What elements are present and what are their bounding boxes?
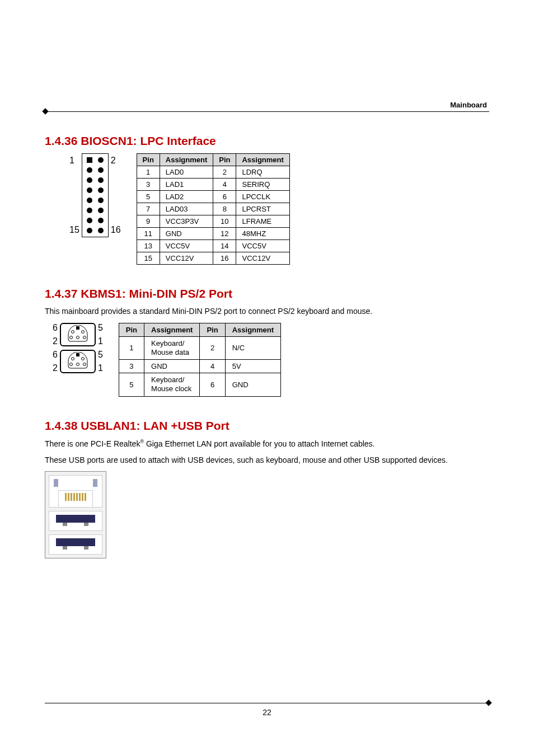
pin-dot-icon xyxy=(98,177,104,183)
pin-cell: 2 xyxy=(200,336,225,360)
pin-label-tl: 1 xyxy=(69,156,79,166)
usb-port-icon xyxy=(49,511,102,531)
pin-label-bl: 15 xyxy=(69,225,79,235)
pin-label: 2 xyxy=(53,336,58,346)
assign-cell: LFRAME xyxy=(236,215,289,228)
section-title: 1.4.37 KBMS1: Mini-DIN PS/2 Port xyxy=(45,287,489,300)
section-desc-2: These USB ports are used to attach with … xyxy=(45,455,489,466)
assign-cell: SERIRQ xyxy=(236,179,289,191)
table-row: 9VCC3P3V10LFRAME xyxy=(137,215,289,228)
pin-dot-icon xyxy=(87,208,92,213)
assign-cell: VCC12V xyxy=(236,252,289,265)
pin-dot-icon xyxy=(98,187,104,193)
svg-point-5 xyxy=(83,336,86,339)
pin-cell: 1 xyxy=(119,336,144,360)
pin-label-br: 16 xyxy=(111,225,121,235)
assign-cell: LAD2 xyxy=(160,191,213,203)
pin-header-diagram: 1 15 2 16 xyxy=(67,153,123,237)
table-row: 1Keyboard/Mouse data2N/C xyxy=(119,336,280,360)
th-pin: Pin xyxy=(137,154,160,166)
table-row: 5Keyboard/Mouse clock6GND xyxy=(119,373,280,397)
pin-cell: 11 xyxy=(137,228,160,240)
pin-label: 1 xyxy=(98,336,103,346)
assign-cell: GND xyxy=(160,228,213,240)
page-header: Mainboard xyxy=(45,101,489,112)
minidin-connector xyxy=(60,323,96,346)
svg-point-3 xyxy=(69,336,72,339)
pin-cell: 3 xyxy=(137,179,160,191)
section-title: 1.4.38 USBLAN1: LAN +USB Port xyxy=(45,419,489,433)
minidin-icon xyxy=(65,352,91,371)
minidin-icon xyxy=(65,325,91,344)
pin-cell: 6 xyxy=(213,191,236,203)
table-row: 13VCC5V14VCC5V xyxy=(137,240,289,252)
page-content: 1.4.36 BIOSCN1: LPC Interface 1 15 xyxy=(45,134,489,558)
assign-cell: N/C xyxy=(225,336,280,360)
pin-dot-icon xyxy=(98,167,104,173)
text: Giga Ethernet LAN port available for you… xyxy=(144,439,374,448)
header-label: Mainboard xyxy=(45,101,489,109)
pin-dot-icon xyxy=(87,218,92,223)
pin-label-tr: 2 xyxy=(111,156,121,166)
th-assign: Assignment xyxy=(225,323,280,336)
pin-cell: 9 xyxy=(137,215,160,228)
footer-rule xyxy=(45,703,489,703)
pin-dot-icon xyxy=(87,187,92,193)
th-pin: Pin xyxy=(119,323,144,336)
pin-cell: 8 xyxy=(213,203,236,215)
minidin-connector xyxy=(60,350,96,373)
pin-cell: 4 xyxy=(213,179,236,191)
assign-cell: GND xyxy=(225,373,280,397)
page-footer: 22 xyxy=(45,703,489,717)
table-row: 15VCC12V16VCC12V xyxy=(137,252,289,265)
pin-cell: 7 xyxy=(137,203,160,215)
th-pin: Pin xyxy=(213,154,236,166)
pin-cell: 13 xyxy=(137,240,160,252)
th-pin: Pin xyxy=(200,323,225,336)
pin-cell: 4 xyxy=(200,360,225,373)
assign-cell: Keyboard/Mouse clock xyxy=(144,373,200,397)
assign-cell: Keyboard/Mouse data xyxy=(144,336,200,360)
svg-point-1 xyxy=(71,330,74,333)
header-rule xyxy=(45,111,489,112)
assign-cell: LPCCLK xyxy=(236,191,289,203)
assign-cell: LAD1 xyxy=(160,179,213,191)
pin-dot-icon xyxy=(87,177,92,183)
assign-cell: 48MHZ xyxy=(236,228,289,240)
pin-dot-icon xyxy=(98,228,104,233)
th-assign: Assignment xyxy=(160,154,213,166)
assign-cell: 5V xyxy=(225,360,280,373)
table-row: 1LAD02LDRQ xyxy=(137,166,289,179)
table-row: 5LAD26LPCCLK xyxy=(137,191,289,203)
pin-dot-icon xyxy=(87,198,92,203)
assign-cell: VCC5V xyxy=(236,240,289,252)
table-row: 7LAD038LPCRST xyxy=(137,203,289,215)
svg-point-9 xyxy=(69,363,72,365)
rj45-jack-icon xyxy=(58,490,93,507)
table-row: 3GND45V xyxy=(119,360,280,373)
svg-point-2 xyxy=(81,330,84,333)
pin-label: 5 xyxy=(98,323,103,333)
lan-port-icon xyxy=(49,475,102,508)
pin-cell: 1 xyxy=(137,166,160,179)
lan-led-icon xyxy=(54,479,58,487)
section-kbms1: 1.4.37 KBMS1: Mini-DIN PS/2 Port This ma… xyxy=(45,287,489,397)
section-title: 1.4.36 BIOSCN1: LPC Interface xyxy=(45,134,489,148)
pin-label: 2 xyxy=(53,363,58,373)
pin-cell: 3 xyxy=(119,360,144,373)
svg-point-10 xyxy=(76,363,79,365)
minidin-diagram: 6 2 xyxy=(50,323,105,373)
svg-point-11 xyxy=(83,363,86,365)
pin-cell: 5 xyxy=(119,373,144,397)
svg-point-7 xyxy=(71,357,74,360)
pin-cell: 5 xyxy=(137,191,160,203)
svg-rect-0 xyxy=(76,326,79,330)
pin-label: 6 xyxy=(53,350,58,360)
bioscn1-pin-table: Pin Assignment Pin Assignment 1LAD02LDRQ… xyxy=(137,153,290,265)
th-assign: Assignment xyxy=(144,323,200,336)
svg-point-4 xyxy=(76,336,79,339)
assign-cell: VCC12V xyxy=(160,252,213,265)
pin-dot-icon xyxy=(87,167,92,173)
pin-cell: 10 xyxy=(213,215,236,228)
assign-cell: LDRQ xyxy=(236,166,289,179)
